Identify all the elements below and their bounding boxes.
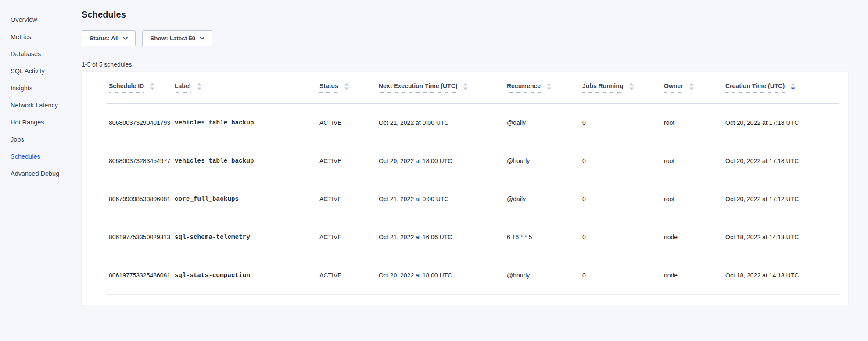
column-header-label: Label	[172, 72, 317, 103]
column-header[interactable]: Label	[175, 83, 201, 93]
column-header-creation-time-utc: Creation Time (UTC)	[723, 72, 839, 103]
cell-jobs-running: 0	[580, 103, 661, 142]
sort-arrows-icon[interactable]	[463, 83, 468, 90]
sidebar-item-insights[interactable]: Insights	[0, 80, 82, 97]
sidebar-item-advanced-debug[interactable]: Advanced Debug	[0, 165, 82, 182]
table-row[interactable]: 806800373290401793 vehicles_table_backup…	[106, 103, 839, 142]
sidebar-item-network-latency[interactable]: Network Latency	[0, 97, 82, 114]
cell-schedule-id: 806197753350029313	[106, 218, 172, 256]
cell-next-execution: Oct 21, 2022 at 0:00 UTC	[376, 180, 504, 218]
sort-arrows-icon[interactable]	[547, 83, 551, 90]
cell-label: sql-schema-telemetry	[172, 218, 317, 256]
column-header-schedule-id: Schedule ID	[106, 72, 172, 103]
cell-next-execution: Oct 21, 2022 at 16:06 UTC	[376, 218, 504, 256]
cell-next-execution: Oct 21, 2022 at 0:00 UTC	[376, 103, 504, 142]
cell-status: ACTIVE	[317, 142, 376, 180]
chevron-down-icon	[123, 37, 128, 40]
cell-owner: root	[661, 180, 723, 218]
column-header[interactable]: Schedule ID	[109, 83, 154, 93]
cell-recurrence: 6 16 * * 5	[504, 218, 580, 256]
cell-next-execution: Oct 20, 2022 at 18:00 UTC	[376, 256, 504, 294]
sidebar-item-databases[interactable]: Databases	[0, 46, 82, 63]
column-header-next-execution-time-utc: Next Execution Time (UTC)	[376, 72, 504, 103]
sort-arrows-icon[interactable]	[689, 83, 694, 90]
cell-status: ACTIVE	[317, 256, 376, 294]
column-header[interactable]: Recurrence	[507, 83, 551, 93]
main-content: Schedules Status: All Show: Latest 50 1-…	[82, 0, 868, 341]
status-filter-label: Status: All	[90, 35, 118, 42]
status-filter-dropdown[interactable]: Status: All	[82, 30, 136, 46]
schedules-table: Schedule ID Label Status Next Execution …	[106, 72, 839, 295]
table-header-row: Schedule ID Label Status Next Execution …	[106, 72, 839, 103]
sort-arrows-icon[interactable]	[150, 83, 154, 90]
cell-jobs-running: 0	[580, 180, 661, 218]
results-summary: 1-5 of 5 schedules	[82, 61, 868, 68]
sidebar-item-overview[interactable]: Overview	[0, 11, 82, 28]
cell-recurrence: @hourly	[504, 142, 580, 180]
column-header[interactable]: Jobs Running	[582, 83, 634, 93]
filter-bar: Status: All Show: Latest 50	[82, 30, 868, 46]
sidebar-item-jobs[interactable]: Jobs	[0, 131, 82, 148]
cell-owner: root	[661, 103, 723, 142]
cell-label: vehicles_table_backup	[172, 103, 317, 142]
column-header[interactable]: Next Execution Time (UTC)	[379, 83, 468, 93]
sort-arrows-icon[interactable]	[791, 83, 795, 90]
sidebar-item-schedules[interactable]: Schedules	[0, 148, 82, 165]
table-row[interactable]: 806197753350029313 sql-schema-telemetry …	[106, 218, 839, 256]
sort-arrows-icon[interactable]	[197, 83, 201, 90]
cell-schedule-id: 806799098533806081	[106, 180, 172, 218]
table-row[interactable]: 806799098533806081 core_full_backups ACT…	[106, 180, 839, 218]
chevron-down-icon	[200, 37, 204, 40]
cell-schedule-id: 806800373283454977	[106, 142, 172, 180]
sidebar-item-metrics[interactable]: Metrics	[0, 28, 82, 46]
cell-creation-time: Oct 20, 2022 at 17:12 UTC	[723, 180, 839, 218]
cell-jobs-running: 0	[580, 142, 661, 180]
cell-status: ACTIVE	[317, 103, 376, 142]
cell-label: sql-stats-compaction	[172, 256, 317, 294]
sidebar-item-sql-activity[interactable]: SQL Activity	[0, 63, 82, 80]
cell-status: ACTIVE	[317, 218, 376, 256]
cell-owner: root	[661, 142, 723, 180]
column-header-recurrence: Recurrence	[504, 72, 580, 103]
cell-creation-time: Oct 20, 2022 at 17:18 UTC	[723, 103, 839, 142]
column-header[interactable]: Owner	[664, 83, 694, 93]
cell-label: vehicles_table_backup	[172, 142, 317, 180]
cell-jobs-running: 0	[580, 256, 661, 294]
sidebar-item-hot-ranges[interactable]: Hot Ranges	[0, 114, 82, 131]
cell-creation-time: Oct 20, 2022 at 17:18 UTC	[723, 142, 839, 180]
cell-label: core_full_backups	[172, 180, 317, 218]
page-title: Schedules	[82, 10, 868, 20]
cell-status: ACTIVE	[317, 180, 376, 218]
column-header-jobs-running: Jobs Running	[580, 72, 661, 103]
cell-jobs-running: 0	[580, 218, 661, 256]
sidebar-nav: OverviewMetricsDatabasesSQL ActivityInsi…	[0, 0, 82, 341]
cell-recurrence: @daily	[504, 180, 580, 218]
cell-next-execution: Oct 20, 2022 at 18:00 UTC	[376, 142, 504, 180]
table-row[interactable]: 806800373283454977 vehicles_table_backup…	[106, 142, 839, 180]
sort-arrows-icon[interactable]	[344, 83, 349, 90]
cell-recurrence: @hourly	[504, 256, 580, 294]
show-filter-label: Show: Latest 50	[150, 35, 195, 42]
column-header-status: Status	[317, 72, 376, 103]
table-row[interactable]: 806197753325486081 sql-stats-compaction …	[106, 256, 839, 294]
cell-creation-time: Oct 18, 2022 at 14:13 UTC	[723, 218, 839, 256]
cell-recurrence: @daily	[504, 103, 580, 142]
column-header[interactable]: Status	[319, 83, 349, 93]
show-filter-dropdown[interactable]: Show: Latest 50	[142, 30, 212, 46]
sort-arrows-icon[interactable]	[629, 83, 634, 90]
cell-schedule-id: 806800373290401793	[106, 103, 172, 142]
cell-owner: node	[661, 256, 723, 294]
schedules-table-card: Schedule ID Label Status Next Execution …	[82, 72, 848, 305]
cell-owner: node	[661, 218, 723, 256]
column-header-owner: Owner	[661, 72, 723, 103]
column-header[interactable]: Creation Time (UTC)	[725, 83, 795, 93]
cell-schedule-id: 806197753325486081	[106, 256, 172, 294]
cell-creation-time: Oct 18, 2022 at 14:13 UTC	[723, 256, 839, 294]
